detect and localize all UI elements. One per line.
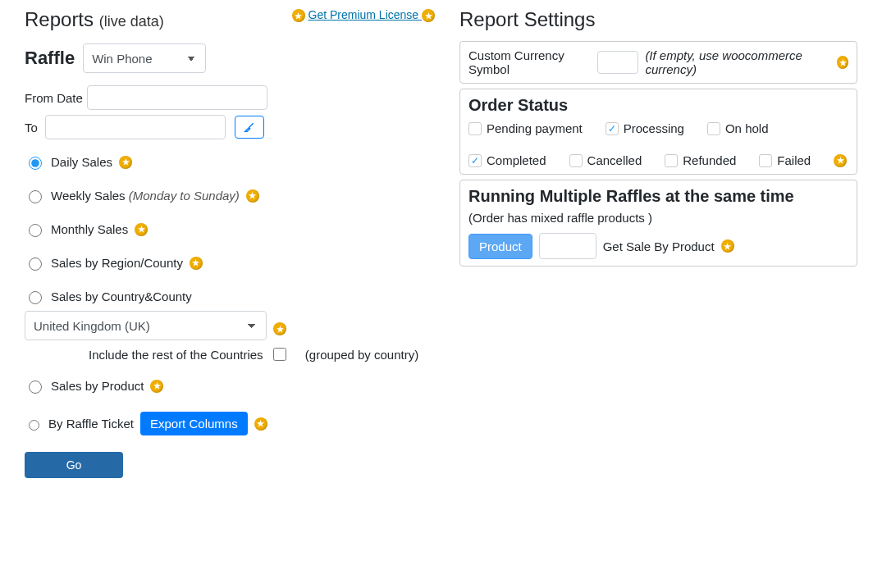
lbl-onhold: On hold <box>725 121 769 135</box>
lbl-cancelled: Cancelled <box>587 153 642 167</box>
grouped-by-label: (grouped by country) <box>305 348 418 362</box>
radio-country[interactable] <box>29 291 42 304</box>
lbl-pending: Pending payment <box>487 121 583 135</box>
premium-icon: ★ <box>119 156 132 169</box>
lbl-completed: Completed <box>487 153 546 167</box>
chk-cancelled[interactable] <box>569 154 583 167</box>
reports-title: Reports (live data) <box>25 8 164 31</box>
lbl-refunded: Refunded <box>683 153 736 167</box>
chk-failed[interactable] <box>759 154 772 167</box>
to-date-input[interactable] <box>45 115 226 139</box>
include-rest-checkbox[interactable] <box>273 348 286 361</box>
radio-monthly[interactable] <box>29 224 42 237</box>
multi-title: Running Multiple Raffles at the same tim… <box>468 187 848 206</box>
label-product: Sales by Product <box>51 379 144 393</box>
radio-product[interactable] <box>29 381 42 394</box>
radio-ticket[interactable] <box>29 420 39 431</box>
from-date-label: From Date <box>25 91 83 105</box>
currency-input[interactable] <box>597 51 638 74</box>
currency-label: Custom Currency Symbol <box>468 48 591 76</box>
label-monthly: Monthly Sales <box>51 222 128 236</box>
chk-completed[interactable] <box>468 154 482 167</box>
label-daily: Daily Sales <box>51 155 112 169</box>
product-button[interactable]: Product <box>468 234 532 259</box>
label-weekly: Weekly Sales (Monday to Sunday) <box>51 189 240 203</box>
clear-date-button[interactable] <box>235 116 264 139</box>
include-rest-label: Include the rest of the Countries <box>89 348 263 362</box>
premium-icon: ★ <box>273 322 286 335</box>
get-sale-label: Get Sale By Product <box>603 239 715 253</box>
premium-icon: ★ <box>150 380 163 393</box>
reports-sub: (live data) <box>99 13 164 30</box>
label-region: Sales by Region/County <box>51 256 183 270</box>
label-ticket: By Raffle Ticket <box>48 417 134 431</box>
country-select[interactable]: United Kingdom (UK) <box>25 311 267 340</box>
chk-onhold[interactable] <box>707 122 720 135</box>
premium-icon: ★ <box>721 239 734 253</box>
chk-pending[interactable] <box>468 122 482 135</box>
premium-icon: ★ <box>246 189 259 203</box>
product-input[interactable] <box>539 233 596 259</box>
premium-icon: ★ <box>292 9 305 22</box>
go-button[interactable]: Go <box>25 452 123 478</box>
radio-daily[interactable] <box>29 157 42 170</box>
lbl-failed: Failed <box>777 153 811 167</box>
premium-icon: ★ <box>135 223 148 236</box>
premium-icon: ★ <box>834 154 847 167</box>
premium-icon: ★ <box>422 9 435 22</box>
chk-refunded[interactable] <box>665 154 678 167</box>
settings-title: Report Settings <box>459 8 857 31</box>
radio-weekly[interactable] <box>29 190 42 203</box>
premium-link[interactable]: Get Premium License <box>308 8 423 21</box>
radio-region[interactable] <box>29 258 42 271</box>
lbl-processing: Processing <box>624 121 684 135</box>
reports-title-text: Reports <box>25 8 94 30</box>
premium-icon: ★ <box>837 56 848 69</box>
label-country: Sales by Country&County <box>51 289 192 303</box>
raffle-select[interactable]: Win Phone <box>83 43 206 73</box>
premium-icon: ★ <box>254 417 267 431</box>
order-status-title: Order Status <box>468 96 848 115</box>
export-columns-button[interactable]: Export Columns <box>140 412 248 435</box>
premium-icon: ★ <box>190 257 203 270</box>
currency-hint: (If empty, use woocommerce currency) <box>645 48 830 76</box>
chk-processing[interactable] <box>606 122 619 135</box>
multi-hint: (Order has mixed raffle products ) <box>468 211 848 225</box>
raffle-label: Raffle <box>25 48 75 69</box>
to-date-label: To <box>25 121 41 134</box>
from-date-input[interactable] <box>87 85 267 110</box>
broom-icon <box>243 121 256 134</box>
